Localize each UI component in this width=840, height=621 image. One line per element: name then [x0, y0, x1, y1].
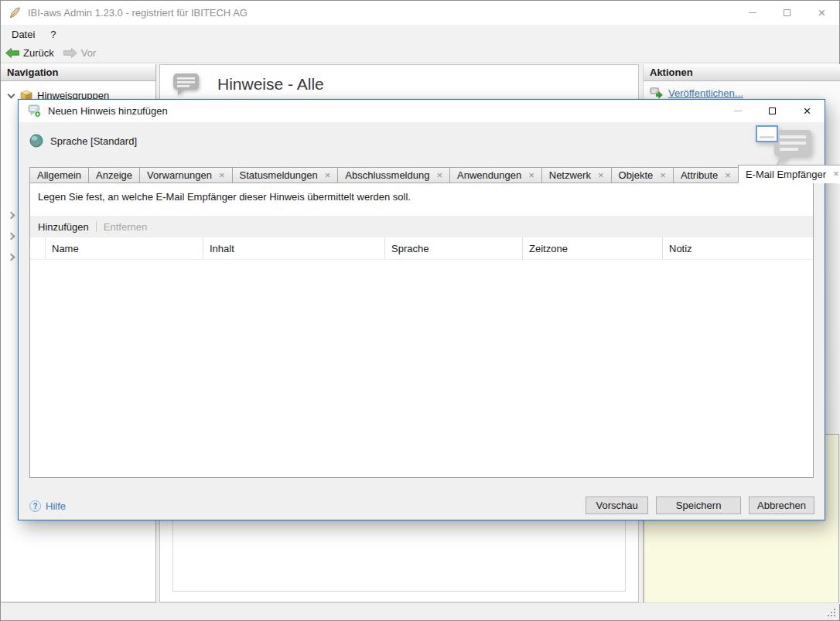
menu-file[interactable]: Datei	[1, 25, 43, 43]
chevron-right-icon[interactable]	[8, 212, 15, 220]
close-tab-icon[interactable]: ×	[725, 172, 731, 179]
dialog-tabs: AllgemeinAnzeigeVorwarnungen×Statusmeldu…	[29, 165, 814, 183]
tab-description: Legen Sie fest, an welche E-Mail Empfäng…	[30, 183, 813, 216]
globe-icon	[29, 134, 43, 148]
tab-statusmeldungen[interactable]: Statusmeldungen×	[232, 167, 339, 183]
remove-recipient-button[interactable]: Entfernen	[104, 221, 147, 233]
close-tab-icon[interactable]: ×	[833, 170, 839, 178]
back-label: Zurück	[23, 47, 54, 59]
resize-grip-icon[interactable]	[834, 615, 835, 616]
tab-label: Allgemein	[37, 169, 81, 181]
help-icon: ?	[29, 500, 41, 512]
tab-label: Anzeige	[96, 169, 132, 181]
window-titlebar: IBI-aws Admin 1.23.0 - registriert für I…	[1, 1, 839, 25]
tab-objekte[interactable]: Objekte×	[611, 167, 674, 183]
tab-label: Vorwarnungen	[147, 169, 212, 181]
menu-help[interactable]: ?	[43, 25, 63, 43]
forward-button[interactable]: Vor	[59, 43, 101, 62]
close-button[interactable]: ×	[804, 1, 839, 25]
tab-label: Attribute	[681, 169, 718, 181]
tab-label: Statusmeldungen	[240, 169, 318, 181]
publish-action[interactable]: Veröffentlichen...	[644, 81, 840, 99]
tab-content-panel: Legen Sie fest, an welche E-Mail Empfäng…	[29, 183, 814, 478]
tab-allgemein[interactable]: Allgemein	[29, 167, 89, 183]
recipient-toolbar: Hinzufügen Entfernen	[30, 216, 813, 237]
nav-toolbar: Zurück Vor	[1, 43, 839, 63]
page-title: Hinweise - Alle	[217, 75, 324, 94]
grid-header: NameInhaltSpracheZeitzoneNotiz	[30, 237, 813, 260]
publish-link[interactable]: Veröffentlichen...	[668, 87, 743, 99]
help-link[interactable]: ? Hilfe	[29, 500, 66, 512]
tree-item-collapsed[interactable]	[1, 226, 14, 247]
toolbar-separator	[96, 221, 97, 232]
add-notice-dialog: Neuen Hinweis hinzufügen × Sprache [Stan…	[18, 99, 825, 520]
collapsed-tree-items	[1, 205, 14, 268]
dialog-minimize-button	[720, 100, 755, 122]
forward-label: Vor	[81, 47, 97, 59]
close-icon: ×	[818, 6, 826, 19]
notice-watermark-icon	[755, 125, 815, 171]
back-arrow-icon	[5, 48, 19, 58]
app-icon	[9, 6, 22, 19]
cancel-button[interactable]: Abbrechen	[749, 496, 814, 514]
maximize-button[interactable]	[770, 1, 804, 25]
tab-label: Netzwerk	[549, 169, 591, 181]
tab-anzeige[interactable]: Anzeige	[88, 167, 140, 183]
publish-icon	[650, 87, 663, 99]
window-title: IBI-aws Admin 1.23.0 - registriert für I…	[28, 7, 248, 19]
chevron-right-icon[interactable]	[8, 233, 15, 241]
column-header-notiz[interactable]: Notiz	[663, 237, 813, 259]
menubar: Datei ?	[1, 25, 839, 43]
back-button[interactable]: Zurück	[1, 43, 59, 62]
help-label: Hilfe	[46, 500, 66, 512]
tab-label: E-Mail Empfänger	[746, 169, 826, 180]
column-header-sprache[interactable]: Sprache	[385, 237, 523, 259]
preview-button[interactable]: Vorschau	[586, 496, 648, 514]
save-button[interactable]: Speichern	[656, 496, 741, 514]
minimize-button[interactable]	[735, 1, 770, 25]
tab-netzwerk[interactable]: Netzwerk×	[541, 167, 612, 183]
add-notice-icon	[28, 104, 41, 118]
minimize-icon	[734, 111, 742, 111]
app-window: IBI-aws Admin 1.23.0 - registriert für I…	[0, 0, 840, 621]
column-header-name[interactable]: Name	[46, 237, 203, 259]
language-label: Sprache [Standard]	[50, 135, 137, 147]
tab-label: Abschlussmeldung	[345, 169, 429, 181]
tab-email-empfaenger[interactable]: E-Mail Empfänger×	[738, 165, 840, 183]
tab-label: Anwendungen	[457, 169, 521, 181]
chevron-right-icon[interactable]	[8, 254, 15, 261]
tab-label: Objekte	[619, 169, 654, 181]
add-recipient-button[interactable]: Hinzufügen	[38, 221, 89, 233]
language-selector[interactable]: Sprache [Standard]	[29, 134, 137, 148]
minimize-icon	[749, 12, 756, 13]
close-tab-icon[interactable]: ×	[528, 172, 534, 179]
notice-bubble-icon	[172, 73, 200, 96]
close-icon: ×	[804, 104, 811, 118]
maximize-icon	[769, 107, 776, 114]
dialog-titlebar: Neuen Hinweis hinzufügen ×	[19, 100, 825, 122]
tab-anwendungen[interactable]: Anwendungen×	[449, 167, 542, 183]
tree-item-collapsed[interactable]	[1, 205, 14, 226]
tab-attribute[interactable]: Attribute×	[673, 167, 739, 183]
tab-vorwarnungen[interactable]: Vorwarnungen×	[139, 167, 232, 183]
actions-header: Aktionen	[644, 64, 840, 81]
dialog-maximize-button[interactable]	[755, 100, 790, 122]
close-tab-icon[interactable]: ×	[219, 172, 225, 179]
dialog-title: Neuen Hinweis hinzufügen	[48, 105, 168, 117]
column-header-inhalt[interactable]: Inhalt	[203, 237, 385, 259]
chevron-down-icon[interactable]	[8, 90, 15, 98]
tab-abschlussmeldung[interactable]: Abschlussmeldung×	[337, 167, 450, 183]
column-header-selector	[30, 237, 46, 259]
close-tab-icon[interactable]: ×	[660, 172, 666, 179]
dialog-footer: ? Hilfe Vorschau Speichern Abbrechen	[19, 489, 825, 520]
navigation-header: Navigation	[1, 64, 155, 81]
dialog-close-button[interactable]: ×	[790, 100, 825, 122]
forward-arrow-icon	[63, 48, 77, 58]
column-header-zeitzone[interactable]: Zeitzone	[523, 237, 663, 259]
tree-item-collapsed[interactable]	[1, 247, 14, 268]
status-bar	[1, 602, 839, 620]
close-tab-icon[interactable]: ×	[436, 172, 442, 179]
close-tab-icon[interactable]: ×	[325, 172, 331, 179]
maximize-icon	[784, 9, 790, 16]
close-tab-icon[interactable]: ×	[598, 172, 604, 179]
